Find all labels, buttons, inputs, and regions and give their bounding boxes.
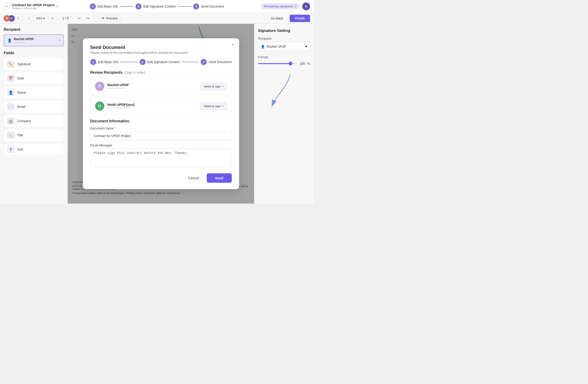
field-text-label: Text [17, 148, 23, 151]
recipient-card-1-left: R Rachel UPDF ••••••••••••••• [95, 82, 129, 91]
modal-close-button[interactable]: × [232, 42, 234, 47]
toolbar-right: Go Back Finish [267, 15, 310, 22]
recipient-select-inner: 👤 Rachel UPDF [261, 45, 286, 48]
recipient-card-2: H Heidi UPDF(you) ••••••••••••••••••• Ne… [90, 98, 232, 115]
doc-title: Contract for UPDF Project [12, 3, 55, 7]
doc-info: Contract for UPDF Project Update 6 minut… [12, 3, 55, 10]
recipient-1-chevron-icon: ▾ [222, 85, 224, 88]
title-icon: 🏷️ [7, 132, 15, 139]
step-3-badge: 3 [193, 3, 199, 9]
recipient-1-info: Rachel UPDF ••••••••••••••• [107, 83, 129, 90]
redo-button[interactable]: ↪ [85, 15, 90, 21]
topbar-right: Remaining signatures: 1 h [246, 2, 310, 10]
cancel-button[interactable]: Cancel [184, 173, 204, 183]
zoom-value: 89% [36, 17, 42, 20]
document-information-section: Document Information Document name * Ema… [90, 119, 232, 168]
arrow-area [258, 72, 310, 114]
doc-subtitle: Update 6 minutes ago [12, 7, 55, 10]
recipient-select-chevron-icon: ▾ [305, 44, 307, 49]
remaining-signatures: Remaining signatures: 1 [261, 3, 299, 9]
recipient-2-chevron-icon: ▾ [222, 104, 224, 108]
step-2-label: Edit Signature Content [143, 5, 176, 8]
field-name[interactable]: 👤 Name [4, 86, 64, 99]
modal-step-connector-1 [120, 62, 138, 62]
recipient-2-info: Heidi UPDF(you) ••••••••••••••••••• [107, 102, 135, 110]
preview-button[interactable]: 👁 Preview [98, 15, 121, 21]
zoom-in-button[interactable]: + [50, 15, 55, 21]
field-text[interactable]: T Text [4, 143, 64, 156]
recipient-2-email: ••••••••••••••••••• [107, 106, 135, 110]
user-avatars[interactable]: R H [4, 15, 15, 21]
avatars-chevron-icon[interactable]: ▾ [18, 17, 19, 20]
email-message-label: Email Messgae [90, 143, 232, 147]
field-name-label: Name [17, 91, 26, 94]
field-company-label: Company [17, 119, 31, 123]
step-1-label: Edit Basic Info [98, 5, 118, 8]
email-message-textarea[interactable]: Please sign this contract before 4th Nov… [90, 148, 232, 167]
step-1-badge: 1 [90, 3, 96, 9]
right-sidebar: Signature Setting Recipient 👤 Rachel UPD… [254, 24, 314, 203]
recipient-select[interactable]: 👤 Rachel UPDF ▾ [258, 42, 310, 51]
page-current: 1 [63, 17, 64, 20]
recipient-1-status[interactable]: Need to sign ▾ [201, 83, 227, 90]
field-title-label: Title [17, 133, 23, 137]
modal-step-1-label: Edit Basic Info [98, 60, 119, 64]
modal-step-3-badge: 3 [201, 59, 207, 65]
avatar-r: R [4, 15, 10, 21]
recipient-select-name: Rachel UPDF [267, 45, 286, 48]
modal-step-3: 3 Send Document [201, 59, 231, 65]
email-icon: ✉️ [7, 103, 15, 110]
slider-fill [258, 63, 289, 64]
field-email-label: Email [17, 105, 25, 109]
slider-track [258, 63, 297, 64]
recipient-email: •••••••••• [14, 41, 34, 44]
field-signature[interactable]: ✏️ Signature [4, 58, 64, 70]
field-title[interactable]: 🏷️ Title [4, 129, 64, 141]
topbar: × Contract for UPDF Project Update 6 min… [0, 0, 314, 13]
step-2-badge: 2 [136, 3, 142, 9]
modal-step-2: 2 Edit Signature Content [140, 59, 180, 65]
field-company[interactable]: 🏢 Company [4, 115, 64, 127]
doc-name-label: Document name * [90, 126, 232, 130]
field-date[interactable]: 📅 Date [4, 72, 64, 84]
modal-steps: 1 Edit Basic Info 2 Edit Signature Conte… [90, 59, 232, 65]
finish-button[interactable]: Finish [290, 15, 310, 22]
recipient-person-icon: 👤 [7, 38, 12, 43]
field-email[interactable]: ✉️ Email [4, 101, 64, 113]
zoom-chevron-icon: ▾ [43, 17, 45, 20]
send-button[interactable]: Send [207, 173, 232, 183]
send-document-modal: Send Document Please review all the info… [83, 38, 239, 189]
go-back-button[interactable]: Go Back [267, 15, 287, 21]
sidebar-arrow-icon [258, 72, 295, 109]
page-total: 5 [67, 17, 69, 20]
field-date-label: Date [17, 77, 24, 80]
modal-title: Send Document [90, 45, 232, 50]
recipient-select-icon: 👤 [261, 45, 265, 48]
slider-thumb[interactable] [289, 62, 292, 65]
recipient-inner: 👤 Rachel UPDF •••••••••• [7, 37, 34, 44]
review-recipients-label: Review Recipients [90, 70, 123, 74]
left-sidebar: Recipient 👤 Rachel UPDF •••••••••• ▾ Fie… [0, 24, 68, 203]
main-layout: Recipient 👤 Rachel UPDF •••••••••• ▾ Fie… [0, 24, 314, 203]
undo-button[interactable]: ↩ [76, 15, 82, 21]
user-avatar: h [302, 2, 310, 10]
recipient-selector[interactable]: 👤 Rachel UPDF •••••••••• ▾ [4, 34, 64, 46]
name-icon: 👤 [7, 89, 15, 96]
recipient-label: Recipient [258, 37, 310, 40]
preview-label: Preview [106, 17, 118, 20]
doc-name-input[interactable] [90, 132, 232, 140]
recipient-2-status[interactable]: Need to sign ▾ [201, 102, 227, 110]
step-2: 2 Edit Signature Content [136, 3, 176, 9]
separator-1 [22, 16, 23, 21]
modal-step-1: 1 Edit Basic Info [90, 59, 119, 65]
field-signature-label: Signature [17, 62, 31, 66]
zoom-display[interactable]: 89% ▾ [34, 16, 47, 21]
chevron-down-icon[interactable]: ▾ [57, 5, 58, 8]
zoom-out-button[interactable]: − [26, 15, 31, 21]
date-icon: 📅 [7, 75, 15, 82]
required-star: * [115, 126, 116, 130]
close-button[interactable]: × [4, 3, 10, 10]
separator-2 [59, 16, 59, 21]
separator-4 [94, 16, 94, 21]
recipient-2-name: Heidi UPDF(you) [107, 102, 135, 106]
